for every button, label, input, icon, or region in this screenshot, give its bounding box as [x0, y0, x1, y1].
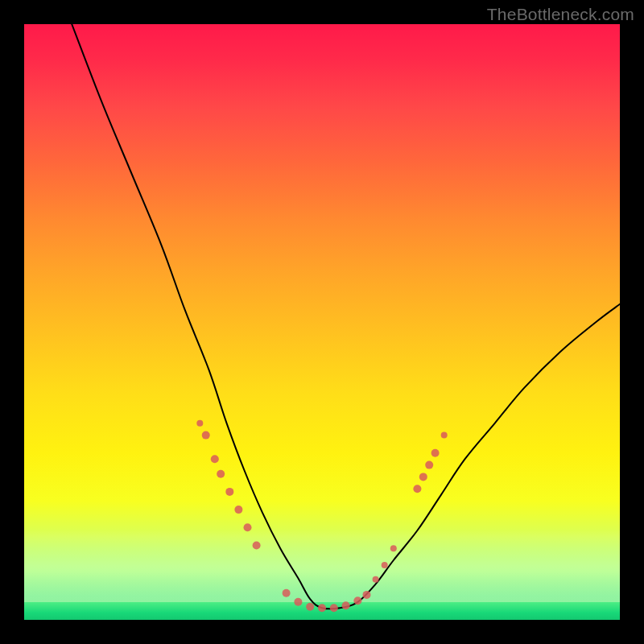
curve-marker-dot — [382, 562, 388, 568]
curve-marker-dot — [211, 455, 219, 463]
curve-marker-dot — [217, 470, 225, 478]
plot-area — [24, 24, 620, 620]
curve-marker-dot — [294, 598, 302, 606]
curve-marker-dot — [431, 449, 440, 457]
curve-marker-dot — [234, 506, 242, 514]
curve-marker-dot — [342, 601, 350, 609]
curve-marker-dot — [202, 431, 210, 440]
chart-svg — [24, 24, 620, 620]
curve-marker-dot — [253, 542, 261, 550]
watermark-text: TheBottleneck.com — [487, 5, 634, 24]
bottleneck-curve — [72, 24, 620, 609]
curve-marker-dot — [318, 604, 326, 612]
curve-marker-dot — [413, 485, 421, 493]
curve-marker-dot — [225, 488, 233, 496]
curve-marker-dot — [373, 576, 379, 583]
curve-marker-dot — [283, 589, 291, 597]
curve-marker-dot — [390, 545, 397, 551]
curve-marker-dot — [425, 461, 433, 469]
curve-marker-dot — [330, 604, 338, 612]
curve-marker-dot — [306, 603, 314, 611]
curve-marker-dot — [363, 591, 371, 599]
curve-path — [72, 24, 620, 609]
curve-marker-dot — [419, 473, 427, 481]
curve-marker-dot — [353, 597, 361, 605]
curve-marker-dot — [441, 432, 448, 439]
curve-marker-dot — [196, 420, 203, 427]
curve-markers — [196, 420, 447, 612]
curve-marker-dot — [244, 523, 252, 531]
